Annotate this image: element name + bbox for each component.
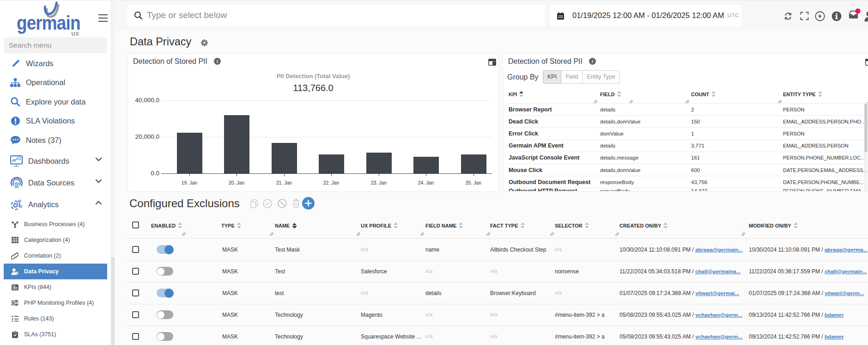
svg-text:ux: ux <box>71 29 79 37</box>
svg-text:germain: germain <box>17 12 80 34</box>
